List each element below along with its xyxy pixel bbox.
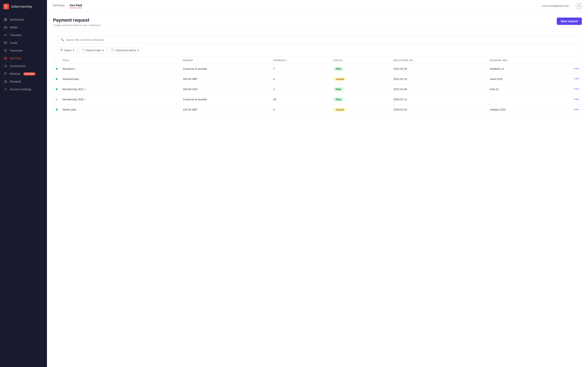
sidebar-item-referral[interactable]: Referral Earn $100: [0, 70, 47, 78]
page-header: Payment request Create and send links to…: [53, 17, 582, 27]
table-card: 🔍 Status ▾ Request type ▾ Deactivate bef…: [53, 32, 582, 115]
svg-point-11: [4, 66, 5, 67]
th-deactivate[interactable]: DEACTIVATE ON ↓: [391, 57, 488, 64]
sidebar-item-label: Payments: [10, 49, 22, 52]
row-amount: 160.00 GBP: [181, 74, 271, 84]
row-internal-ref: #sttplan-2101: [487, 105, 572, 115]
page-subtitle: Create and send links to your customers.: [53, 24, 101, 27]
svg-point-15: [5, 89, 6, 90]
sidebar-header[interactable]: G Global importing ⌄: [0, 0, 47, 13]
search-input[interactable]: [66, 38, 575, 42]
th-payments[interactable]: PAYMENTS ↓: [271, 57, 331, 64]
status-dot: [56, 99, 58, 100]
dashboard-icon: [4, 18, 7, 21]
more-options-button[interactable]: •••: [574, 87, 579, 91]
sidebar-item-get-paid[interactable]: Get Paid: [0, 54, 47, 62]
wallet-icon: [4, 25, 7, 29]
sidebar-item-cards[interactable]: Cards: [0, 39, 47, 47]
th-title: TITLE: [60, 57, 181, 64]
sidebar-item-rewards[interactable]: Rewards: [0, 78, 47, 85]
table-row: Standard plan 160.00 GBP 0 Unpaid 2021-0…: [53, 74, 582, 84]
tab-settings[interactable]: Settings: [53, 3, 65, 8]
svg-point-13: [6, 67, 7, 67]
get-paid-icon: [4, 57, 7, 60]
more-options-button[interactable]: •••: [574, 77, 579, 81]
row-status: Unpaid: [331, 74, 391, 84]
more-options-button[interactable]: •••: [574, 97, 579, 101]
sidebar-item-label: Wallet: [10, 26, 17, 29]
status-dot: [56, 109, 58, 110]
table-row: Starter plan 120.00 GBP 0 Unpaid 2020-01…: [53, 105, 582, 115]
more-options-button[interactable]: •••: [574, 108, 579, 111]
sync-icon: ↻: [85, 88, 86, 91]
row-amount: 120.00 GBP: [181, 105, 271, 115]
svg-rect-9: [4, 58, 5, 59]
row-actions[interactable]: •••: [572, 84, 582, 94]
row-dot: [53, 74, 60, 84]
chevron-down-icon: ▾: [138, 49, 139, 52]
sidebar: G Global importing ⌄ Dashboard Wallet Tr…: [0, 0, 47, 367]
sidebar-item-dashboard[interactable]: Dashboard: [0, 16, 47, 24]
referral-icon: [4, 72, 7, 76]
row-deactivate: 2021-01-05: [391, 84, 488, 94]
tab-get-paid[interactable]: Get Paid: [70, 3, 82, 8]
row-internal-ref: -: [487, 94, 572, 105]
filter-deactivate-before[interactable]: Deactivate before ▾: [109, 47, 141, 54]
row-payments: 4: [271, 84, 331, 94]
row-status: Unpaid: [331, 105, 391, 115]
filters-row: Status ▾ Request type ▾ Deactivate befor…: [53, 47, 582, 57]
row-title: Standard plan: [60, 74, 181, 84]
row-actions[interactable]: •••: [572, 105, 582, 115]
row-actions[interactable]: •••: [572, 74, 582, 84]
row-status: Paid: [331, 94, 391, 105]
th-actions: [572, 57, 582, 64]
rewards-icon: [4, 80, 7, 83]
sidebar-item-label: Get Paid: [10, 57, 21, 60]
page-header-text: Payment request Create and send links to…: [53, 17, 101, 27]
row-dot: [53, 94, 60, 105]
row-payments: 0: [271, 74, 331, 84]
topbar: SettingsGet Paid user.email@gmail.com: [47, 0, 588, 12]
status-badge: Paid: [333, 87, 343, 91]
row-dot: [53, 105, 60, 115]
user-avatar[interactable]: [576, 3, 582, 9]
svg-rect-10: [6, 58, 7, 59]
row-deactivate: 2020-01-02: [391, 105, 488, 115]
search-wrap[interactable]: 🔍: [57, 36, 578, 44]
sidebar-item-transfers[interactable]: Transfers: [0, 31, 47, 39]
row-amount: Customer to provide: [181, 64, 271, 74]
table-head: TITLE AMOUNT PAYMENTS ↓ STATUS DEACTIVAT…: [53, 57, 582, 64]
filter-status[interactable]: Status ▾: [57, 47, 77, 54]
row-internal-ref: #mb-21: [487, 84, 572, 94]
row-actions[interactable]: •••: [572, 94, 582, 105]
svg-rect-5: [4, 42, 7, 44]
sidebar-item-payments[interactable]: Payments: [0, 47, 47, 54]
more-options-button[interactable]: •••: [574, 67, 579, 71]
search-row: 🔍: [53, 36, 582, 47]
row-actions[interactable]: •••: [572, 64, 582, 74]
status-badge: Unpaid: [333, 77, 347, 81]
th-internal-ref: INTERNAL REF: [487, 57, 572, 64]
th-status: STATUS: [331, 57, 391, 64]
row-deactivate: 2021-02-26: [391, 64, 488, 74]
sidebar-item-label: Transfers: [10, 33, 22, 37]
sidebar-item-wallet[interactable]: Wallet: [0, 24, 47, 31]
status-dot: [56, 78, 58, 80]
svg-rect-7: [4, 57, 5, 58]
sidebar-item-account-settings[interactable]: Account Settings: [0, 85, 47, 93]
row-title: Donations↻: [60, 64, 181, 74]
table-body: Donations↻ Customer to provide 7 Paid 20…: [53, 64, 582, 115]
svg-rect-4: [4, 26, 7, 28]
user-email: user.email@gmail.com: [542, 4, 569, 7]
sidebar-item-connections[interactable]: Connections: [0, 62, 47, 70]
sync-icon: ↻: [75, 67, 77, 70]
row-dot: [53, 64, 60, 74]
status-badge: Paid: [333, 98, 343, 101]
th-amount: AMOUNT: [181, 57, 271, 64]
row-amount: 100.00 USD: [181, 84, 271, 94]
svg-rect-20: [112, 49, 114, 51]
transfers-icon: [4, 33, 7, 37]
filter-request-type[interactable]: Request type ▾: [79, 47, 107, 54]
new-request-button[interactable]: New request: [557, 17, 582, 25]
row-amount: Customer to provide: [181, 94, 271, 105]
